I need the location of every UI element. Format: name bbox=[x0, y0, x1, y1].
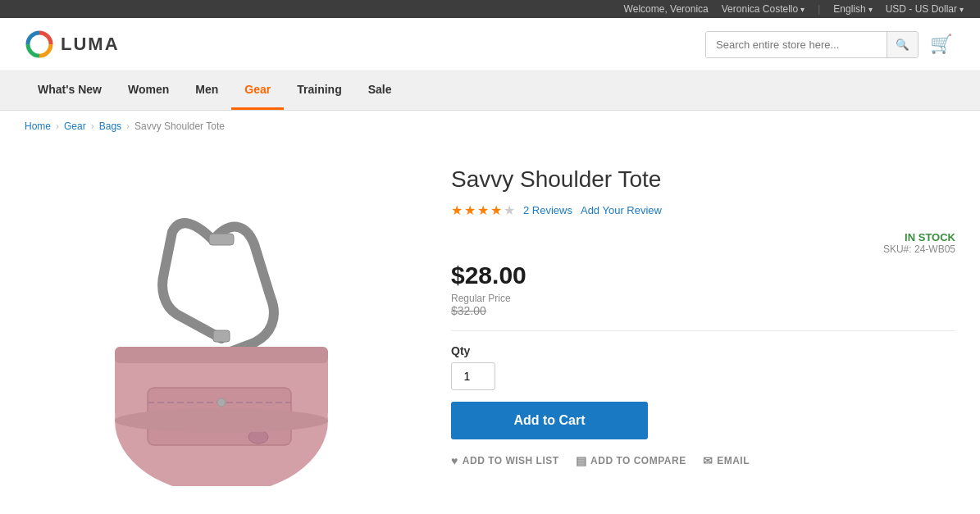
nav-item-women[interactable]: Women bbox=[115, 71, 182, 110]
wish-list-label: ADD TO WISH LIST bbox=[463, 455, 559, 466]
svg-point-8 bbox=[217, 398, 226, 407]
breadcrumb-sep-2: › bbox=[91, 121, 94, 132]
action-links: ♥ ADD TO WISH LIST ▤ ADD TO COMPARE ✉ EM… bbox=[451, 454, 955, 467]
svg-rect-2 bbox=[213, 330, 230, 342]
price-divider bbox=[451, 330, 955, 331]
logo[interactable]: LUMA bbox=[25, 30, 120, 59]
star-5: ★ bbox=[504, 202, 515, 218]
stock-sku-row: IN STOCK SKU#: 24-WB05 bbox=[451, 231, 955, 255]
regular-price-label: Regular Price bbox=[451, 293, 955, 304]
rating-row: ★ ★ ★ ★ ★ 2 Reviews Add Your Review bbox=[451, 202, 955, 218]
nav-item-sale[interactable]: Sale bbox=[355, 71, 405, 110]
account-chevron-icon: ▾ bbox=[800, 5, 805, 14]
star-1: ★ bbox=[451, 202, 463, 218]
qty-input[interactable] bbox=[451, 362, 495, 390]
header-right: 🔍 🛒 bbox=[705, 30, 955, 58]
search-button[interactable]: 🔍 bbox=[887, 32, 918, 57]
compare-link[interactable]: ▤ ADD TO COMPARE bbox=[576, 454, 686, 467]
star-rating: ★ ★ ★ ★ ★ bbox=[451, 202, 515, 218]
welcome-text: Welcome, Veronica bbox=[624, 3, 709, 15]
nav-item-training[interactable]: Training bbox=[284, 71, 354, 110]
sku-value: 24-WB05 bbox=[914, 243, 955, 255]
cart-icon[interactable]: 🛒 bbox=[927, 30, 955, 58]
language-chevron-icon: ▾ bbox=[868, 5, 873, 14]
star-4: ★ bbox=[490, 202, 502, 218]
star-3: ★ bbox=[477, 202, 489, 218]
stock-sku-info: IN STOCK SKU#: 24-WB05 bbox=[883, 231, 955, 255]
main-content: Savvy Shoulder Tote ★ ★ ★ ★ ★ 2 Reviews … bbox=[0, 142, 980, 514]
sku-info: SKU#: 24-WB05 bbox=[883, 243, 955, 255]
heart-icon: ♥ bbox=[451, 454, 458, 467]
breadcrumb-current: Savvy Shoulder Tote bbox=[134, 121, 225, 132]
search-box: 🔍 bbox=[705, 31, 918, 58]
top-bar: Welcome, Veronica Veronica Costello ▾ | … bbox=[0, 0, 980, 18]
product-image-area bbox=[25, 158, 418, 503]
language-selector[interactable]: English ▾ bbox=[833, 3, 872, 15]
breadcrumb: Home › Gear › Bags › Savvy Shoulder Tote bbox=[0, 111, 980, 142]
product-image-svg bbox=[82, 175, 361, 486]
account-link[interactable]: Veronica Costello ▾ bbox=[722, 3, 805, 15]
breadcrumb-gear[interactable]: Gear bbox=[64, 121, 86, 132]
main-nav: What's New Women Men Gear Training Sale bbox=[0, 71, 980, 111]
wish-list-link[interactable]: ♥ ADD TO WISH LIST bbox=[451, 454, 559, 467]
header: LUMA 🔍 🛒 bbox=[0, 18, 980, 71]
reviews-link[interactable]: 2 Reviews bbox=[523, 204, 572, 216]
search-icon: 🔍 bbox=[896, 39, 909, 51]
nav-item-men[interactable]: Men bbox=[182, 71, 231, 110]
breadcrumb-sep-1: › bbox=[56, 121, 59, 132]
search-input[interactable] bbox=[706, 32, 887, 57]
email-icon: ✉ bbox=[703, 454, 713, 467]
nav-item-whats-new[interactable]: What's New bbox=[25, 71, 115, 110]
product-info: Savvy Shoulder Tote ★ ★ ★ ★ ★ 2 Reviews … bbox=[451, 158, 955, 503]
breadcrumb-bags[interactable]: Bags bbox=[99, 121, 121, 132]
breadcrumb-sep-3: › bbox=[126, 121, 130, 132]
stock-status: IN STOCK bbox=[883, 231, 955, 243]
svg-rect-1 bbox=[209, 234, 234, 245]
logo-text: LUMA bbox=[61, 34, 120, 55]
email-link[interactable]: ✉ EMAIL bbox=[703, 454, 750, 467]
currency-chevron-icon: ▾ bbox=[959, 5, 964, 14]
qty-label: Qty bbox=[451, 344, 955, 357]
email-label: EMAIL bbox=[717, 455, 750, 466]
product-price: $28.00 bbox=[451, 262, 955, 289]
regular-price: $32.00 bbox=[451, 304, 955, 317]
svg-point-9 bbox=[248, 430, 268, 443]
add-to-cart-button[interactable]: Add to Cart bbox=[451, 402, 648, 439]
svg-rect-5 bbox=[115, 347, 328, 363]
product-title: Savvy Shoulder Tote bbox=[451, 166, 955, 193]
nav-item-gear[interactable]: Gear bbox=[231, 71, 284, 110]
currency-selector[interactable]: USD - US Dollar ▾ bbox=[886, 3, 964, 15]
compare-label: ADD TO COMPARE bbox=[590, 455, 686, 466]
logo-icon bbox=[25, 30, 54, 59]
product-image[interactable] bbox=[82, 175, 361, 486]
svg-point-10 bbox=[115, 408, 328, 433]
sku-label: SKU#: bbox=[883, 243, 912, 255]
add-review-link[interactable]: Add Your Review bbox=[581, 204, 662, 216]
star-2: ★ bbox=[464, 202, 476, 218]
compare-icon: ▤ bbox=[576, 454, 587, 467]
breadcrumb-home[interactable]: Home bbox=[25, 121, 51, 132]
